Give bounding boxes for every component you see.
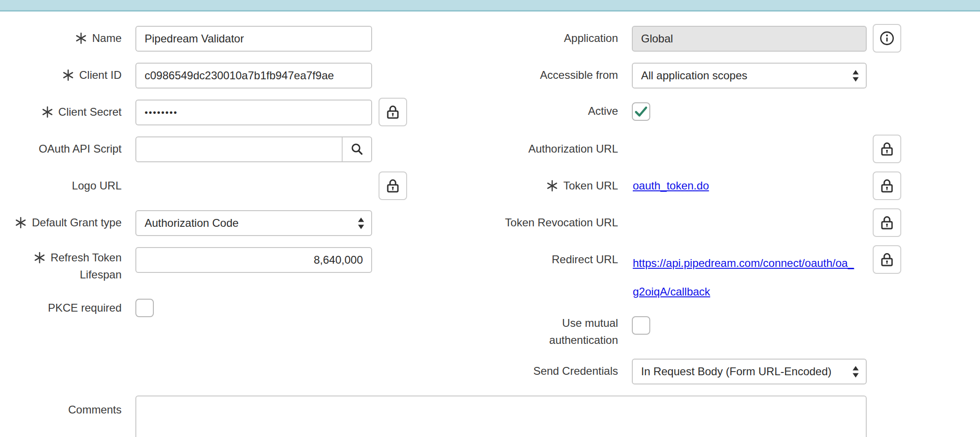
field-label-comments: Comments: [9, 397, 122, 422]
lock-icon: [385, 104, 401, 120]
field-label-client-id: Client ID: [9, 63, 122, 88]
field-label-accessible-from: Accessible from: [461, 63, 618, 88]
pkce-required-checkbox[interactable]: [135, 299, 154, 317]
authorization-url-lock-button[interactable]: [873, 135, 901, 163]
field-label-send-credentials: Send Credentials: [461, 359, 618, 384]
token-revocation-url-lock-button[interactable]: [873, 208, 901, 237]
field-label-refresh-token-lifespan: Refresh Token Lifespan: [9, 249, 122, 283]
send-credentials-select[interactable]: In Request Body (Form URL-Encoded): [632, 359, 867, 384]
required-icon: [75, 32, 87, 44]
required-icon: [41, 106, 53, 118]
select-arrows-icon: [852, 366, 859, 378]
field-label-token-revocation-url: Token Revocation URL: [461, 210, 618, 235]
field-label-default-grant-type: Default Grant type: [9, 210, 122, 235]
oauth-api-script-input[interactable]: [136, 137, 338, 161]
client-secret-input[interactable]: [135, 100, 372, 125]
search-icon: [350, 142, 364, 157]
oauth-api-script-lookup-button[interactable]: [342, 137, 371, 161]
field-label-token-url: Token URL: [461, 173, 618, 198]
token-url-link[interactable]: oauth_token.do: [633, 179, 709, 192]
field-label-client-secret: Client Secret: [9, 100, 122, 124]
required-icon: [62, 69, 74, 81]
lock-icon: [385, 178, 401, 194]
active-checkbox[interactable]: [632, 102, 650, 121]
form-header-strip: [0, 0, 980, 12]
checkmark-icon: [633, 104, 649, 119]
info-icon: [879, 30, 895, 47]
field-label-name: Name: [9, 26, 122, 51]
oauth-application-registry-form: Name Client ID Client Secret OAuth API S…: [0, 0, 980, 437]
field-label-logo-url: Logo URL: [9, 173, 122, 198]
lock-icon: [879, 215, 895, 230]
required-icon: [15, 217, 27, 229]
field-label-pkce-required: PKCE required: [9, 299, 122, 317]
required-icon: [546, 180, 558, 192]
field-label-authorization-url: Authorization URL: [461, 136, 618, 161]
oauth-api-script-reference-field: [135, 136, 372, 162]
client-id-input[interactable]: [135, 63, 372, 89]
name-input[interactable]: [135, 26, 372, 52]
redirect-url-lock-button[interactable]: [873, 245, 901, 274]
field-label-oauth-api-script: OAuth API Script: [9, 136, 122, 161]
refresh-token-lifespan-input[interactable]: [135, 247, 372, 273]
field-label-active: Active: [461, 99, 618, 124]
field-label-redirect-url: Redirect URL: [461, 247, 618, 272]
lock-icon: [879, 141, 895, 157]
default-grant-type-select[interactable]: Authorization Code: [135, 210, 372, 236]
token-url-lock-button[interactable]: [873, 171, 901, 200]
lock-icon: [879, 252, 895, 267]
field-label-use-mutual-authentication: Use mutual authentication: [461, 314, 618, 348]
client-secret-lock-button[interactable]: [379, 98, 407, 126]
select-arrows-icon: [852, 70, 859, 82]
logo-url-lock-button[interactable]: [379, 171, 407, 200]
required-icon: [34, 252, 46, 264]
application-info-button[interactable]: [873, 24, 901, 53]
comments-textarea[interactable]: [135, 396, 867, 437]
select-arrows-icon: [357, 217, 365, 230]
accessible-from-select[interactable]: All application scopes: [632, 63, 867, 89]
lock-icon: [879, 178, 895, 194]
field-label-application: Application: [461, 26, 618, 51]
application-input: [632, 26, 867, 52]
use-mutual-authentication-checkbox[interactable]: [632, 316, 650, 335]
redirect-url-link[interactable]: https://api.pipedream.com/connect/oauth/…: [633, 249, 854, 306]
